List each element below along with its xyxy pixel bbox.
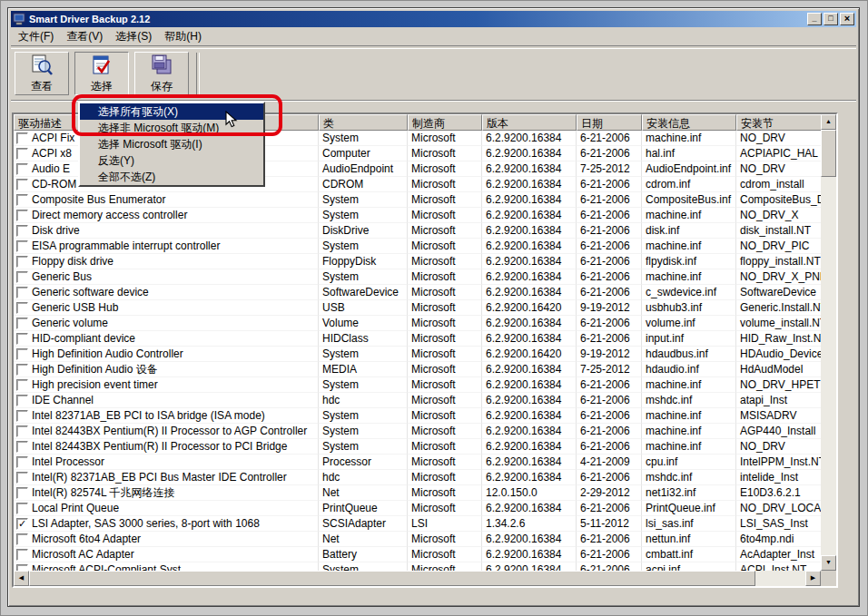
table-row[interactable]: Microsoft 6to4 Adapter Net Microsoft 6.2… [14,532,821,547]
table-row[interactable]: HID-compliant device HIDClass Microsoft … [14,331,821,347]
table-row[interactable]: Disk drive DiskDrive Microsoft 6.2.9200.… [14,223,821,239]
menu-item-invert-selection[interactable]: 反选(Y) [80,152,263,169]
install-section-cell: HID_Raw_Inst.NT [736,331,821,347]
horizontal-scroll-track[interactable] [755,571,805,586]
table-row[interactable]: Floppy disk drive FloppyDisk Microsoft 6… [14,254,821,269]
date-cell: 6-21-2006 [577,547,642,562]
select-button[interactable]: 选择 [74,52,129,95]
row-checkbox[interactable] [16,410,28,422]
horizontal-scroll-thumb[interactable] [29,571,755,586]
table-row[interactable]: Intel 82443BX Pentium(R) II Processor to… [14,439,821,455]
row-checkbox[interactable] [16,533,28,545]
row-checkbox[interactable] [16,240,28,252]
table-row[interactable]: Intel(R) 82371AB_EB PCI Bus Master IDE C… [14,470,821,485]
row-checkbox[interactable] [16,256,28,268]
row-checkbox[interactable] [16,132,28,144]
install-info-cell: volume.inf [642,316,736,331]
row-checkbox[interactable] [16,364,28,376]
close-button[interactable]: × [840,13,854,25]
row-checkbox[interactable] [16,395,28,406]
menu-file[interactable]: 文件(F) [12,27,60,46]
row-checkbox[interactable] [16,456,28,468]
save-button[interactable]: 保存 [134,52,189,95]
menu-item-select-all-drivers[interactable]: 选择所有驱动(X) [80,103,263,120]
row-checkbox[interactable] [16,379,28,391]
row-checkbox[interactable] [16,472,28,484]
row-checkbox[interactable] [16,564,28,572]
menu-item-select-microsoft-drivers[interactable]: 选择 Microsoft 驱动(I) [80,136,263,152]
row-checkbox[interactable] [16,194,28,206]
install-info-cell: mshdc.inf [642,393,736,408]
table-row[interactable]: Generic volume Volume Microsoft 6.2.9200… [14,316,821,331]
table-row[interactable]: Composite Bus Enumerator System Microsof… [14,192,821,208]
table-row[interactable]: Intel(R) 82574L 千兆网络连接 Net Microsoft 12.… [14,485,821,501]
table-row[interactable]: High Definition Audio Controller System … [14,347,821,362]
row-checkbox[interactable] [16,549,28,561]
table-row[interactable]: High precision event timer System Micros… [14,377,821,393]
version-cell: 6.2.9200.16420 [482,300,577,316]
menu-view[interactable]: 查看(V) [60,27,109,46]
table-row[interactable]: Generic software device SoftwareDevice M… [14,285,821,300]
column-header-class[interactable]: 类 [319,114,408,131]
row-checkbox[interactable] [16,287,28,298]
scroll-left-button[interactable]: ◀ [14,571,29,586]
horizontal-scrollbar[interactable]: ◀ ▶ [14,571,821,586]
table-row[interactable]: Microsoft AC Adapter Battery Microsoft 6… [14,547,821,562]
column-header-version[interactable]: 版本 [482,114,577,131]
view-button[interactable]: 查看 [15,52,69,95]
vertical-scrollbar[interactable]: ▲ ▼ [821,114,836,571]
menu-select[interactable]: 选择(S) [109,27,158,46]
column-header-install-section[interactable]: 安装节 [736,114,821,131]
table-row[interactable]: Intel 82371AB_EB PCI to ISA bridge (ISA … [14,408,821,424]
row-checkbox[interactable] [16,348,28,360]
row-checkbox[interactable] [16,271,28,283]
menu-item-select-non-microsoft-drivers[interactable]: 选择非 Microsoft 驱动(M) [80,120,263,136]
row-checkbox[interactable] [16,487,28,499]
menu-item-deselect-all[interactable]: 全部不选(Z) [80,169,263,185]
row-checkbox[interactable] [16,225,28,237]
install-section-cell: NO_DRV_PIC [736,239,821,254]
table-row[interactable]: High Definition Audio 设备 MEDIA Microsoft… [14,362,821,377]
install-section-cell: NO_DRV_LOCAL [736,501,821,516]
table-row[interactable]: ✓ LSI Adapter, SAS 3000 series, 8-port w… [14,516,821,532]
scroll-up-button[interactable]: ▲ [821,114,836,130]
select-checklist-icon [90,54,113,77]
row-checkbox[interactable] [16,163,28,175]
install-info-cell: lsi_sas.inf [642,516,736,532]
row-checkbox[interactable] [16,503,28,514]
driver-description-cell: Floppy disk drive [14,254,319,269]
table-row[interactable]: Generic USB Hub USB Microsoft 6.2.9200.1… [14,300,821,316]
title-bar[interactable]: Smart Driver Backup 2.12 _ □ × [11,11,856,27]
table-row[interactable]: Intel Processor Processor Microsoft 6.2.… [14,455,821,470]
maximize-button[interactable]: □ [824,13,838,25]
table-row[interactable]: Local Print Queue PrintQueue Microsoft 6… [14,501,821,516]
row-checkbox[interactable] [16,210,28,221]
class-cell: CDROM [319,177,408,192]
minimize-button[interactable]: _ [807,13,822,25]
scroll-right-button[interactable]: ▶ [805,571,821,586]
table-row[interactable]: Microsoft ACPI-Compliant Syst System Mic… [14,562,821,571]
scroll-down-button[interactable]: ▼ [821,555,836,571]
column-header-install-info[interactable]: 安装信息 [642,114,736,131]
column-header-manufacturer[interactable]: 制造商 [408,114,482,131]
vertical-scroll-thumb[interactable] [821,130,836,177]
row-checkbox[interactable]: ✓ [16,518,28,530]
column-header-date[interactable]: 日期 [577,114,642,131]
table-row[interactable]: Intel 82443BX Pentium(R) II Processor to… [14,424,821,439]
driver-description-cell: Generic USB Hub [14,300,319,316]
row-checkbox[interactable] [16,425,28,437]
manufacturer-cell: Microsoft [408,377,482,393]
row-checkbox[interactable] [16,179,28,191]
table-row[interactable]: EISA programmable interrupt controller S… [14,239,821,254]
table-row[interactable]: IDE Channel hdc Microsoft 6.2.9200.16384… [14,393,821,408]
menu-help[interactable]: 帮助(H) [158,27,208,46]
table-row[interactable]: Direct memory access controller System M… [14,208,821,223]
install-info-cell: machine.inf [642,131,736,146]
row-checkbox[interactable] [16,333,28,345]
row-checkbox[interactable] [16,318,28,329]
vertical-scroll-track[interactable] [821,177,836,555]
row-checkbox[interactable] [16,148,28,160]
row-checkbox[interactable] [16,302,28,314]
table-row[interactable]: Generic Bus System Microsoft 6.2.9200.16… [14,269,821,285]
row-checkbox[interactable] [16,441,28,453]
